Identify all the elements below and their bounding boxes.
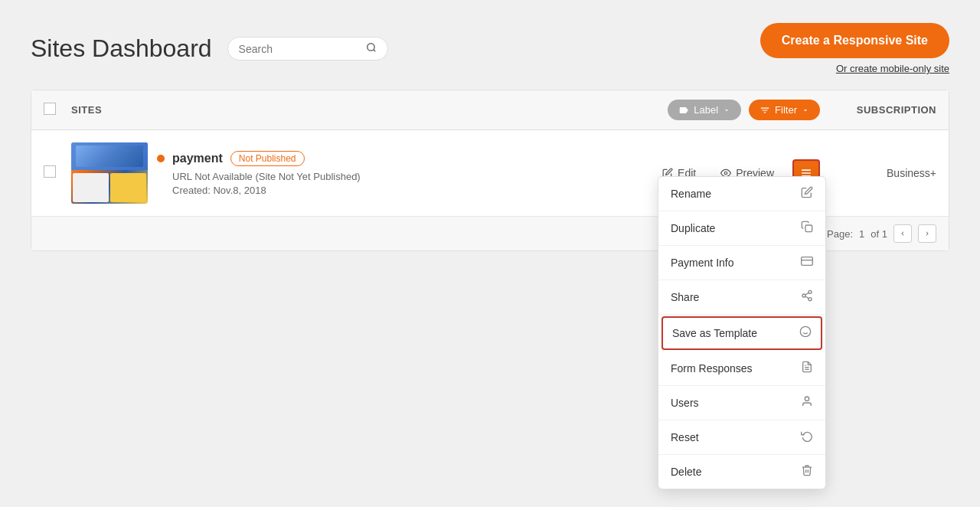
reset-icon <box>801 430 813 445</box>
label-btn-label: Label <box>694 104 718 116</box>
of-label: of 1 <box>871 228 887 240</box>
search-input[interactable] <box>239 43 360 55</box>
rename-icon <box>801 186 813 201</box>
svg-point-14 <box>800 326 810 336</box>
users-icon <box>801 395 813 411</box>
duplicate-label: Duplicate <box>671 222 801 234</box>
dropdown-item-users[interactable]: Users <box>658 386 825 420</box>
save-template-label: Save as Template <box>672 327 799 339</box>
chevron-right-icon <box>923 230 931 237</box>
select-all-checkbox[interactable] <box>44 103 56 115</box>
site-created-date: Created: Nov.8, 2018 <box>172 185 647 196</box>
share-icon <box>801 289 813 305</box>
header-right: Create a Responsive Site Or create mobil… <box>760 23 949 74</box>
svg-rect-3 <box>802 169 811 171</box>
svg-line-1 <box>373 50 375 52</box>
payment-info-icon <box>801 255 813 270</box>
delete-label: Delete <box>671 466 801 478</box>
header-actions: Label Filter <box>668 100 820 120</box>
next-page-button[interactable] <box>918 224 936 243</box>
dropdown-item-delete[interactable]: Delete <box>658 455 825 489</box>
filter-chevron-icon <box>802 106 809 114</box>
dropdown-item-reset[interactable]: Reset <box>658 420 825 455</box>
form-responses-icon <box>801 361 813 376</box>
label-button[interactable]: Label <box>668 100 741 120</box>
svg-rect-4 <box>802 172 811 174</box>
mobile-only-site-link[interactable]: Or create mobile-only site <box>836 63 949 74</box>
svg-point-2 <box>724 172 727 175</box>
svg-point-0 <box>367 44 374 51</box>
chevron-left-icon <box>899 230 906 237</box>
table-header: SITES Label Filter <box>31 90 949 130</box>
delete-icon <box>801 464 813 479</box>
svg-point-9 <box>808 290 812 293</box>
payment-info-label: Payment Info <box>671 257 801 269</box>
header-left: Sites Dashboard <box>31 34 388 63</box>
site-url: URL Not Available (Site Not Yet Publishe… <box>172 171 647 182</box>
subscription-column-label: SUBSCRIPTION <box>829 104 936 116</box>
svg-line-13 <box>805 293 809 295</box>
label-chevron-icon <box>723 106 730 114</box>
site-thumbnail <box>71 142 148 204</box>
status-indicator <box>157 155 165 162</box>
page-title: Sites Dashboard <box>31 34 212 63</box>
search-button[interactable] <box>366 42 377 55</box>
share-label: Share <box>671 291 801 303</box>
users-label: Users <box>671 397 801 409</box>
subscription-value: Business+ <box>829 167 936 179</box>
svg-rect-6 <box>805 225 812 232</box>
duplicate-icon <box>801 221 813 236</box>
sites-column-label: SITES <box>71 104 658 116</box>
svg-point-11 <box>808 298 812 301</box>
current-page: 1 <box>859 228 864 240</box>
dropdown-item-rename[interactable]: Rename <box>658 177 825 211</box>
svg-point-10 <box>802 294 805 297</box>
reset-label: Reset <box>671 431 801 443</box>
sites-table: SITES Label Filter <box>31 90 949 251</box>
site-row: payment Not Published URL Not Available … <box>31 130 949 217</box>
prev-page-button[interactable] <box>893 224 912 243</box>
filter-button[interactable]: Filter <box>749 100 820 120</box>
context-dropdown-menu: Rename Duplicate <box>658 176 826 489</box>
dropdown-item-share[interactable]: Share <box>658 280 825 315</box>
site-info: payment Not Published URL Not Available … <box>157 151 647 196</box>
filter-icon <box>760 105 770 116</box>
dropdown-item-save-template[interactable]: Save as Template <box>662 316 822 350</box>
site-name: payment <box>172 152 223 165</box>
not-published-badge: Not Published <box>230 151 305 166</box>
page-header: Sites Dashboard Create a Responsive Site… <box>31 23 949 74</box>
dropdown-item-duplicate[interactable]: Duplicate <box>658 211 825 246</box>
create-responsive-site-button[interactable]: Create a Responsive Site <box>760 23 949 58</box>
filter-btn-label: Filter <box>775 104 797 116</box>
dropdown-item-form-responses[interactable]: Form Responses <box>658 352 825 386</box>
rename-label: Rename <box>671 188 801 200</box>
page-label: Page: <box>827 228 853 240</box>
site-checkbox[interactable] <box>44 165 56 178</box>
dropdown-item-payment-info[interactable]: Payment Info <box>658 246 825 280</box>
svg-line-12 <box>805 296 809 299</box>
svg-point-19 <box>805 397 808 401</box>
search-box <box>227 37 388 61</box>
save-template-icon <box>799 325 812 341</box>
svg-rect-7 <box>802 257 813 266</box>
form-responses-label: Form Responses <box>671 362 801 375</box>
